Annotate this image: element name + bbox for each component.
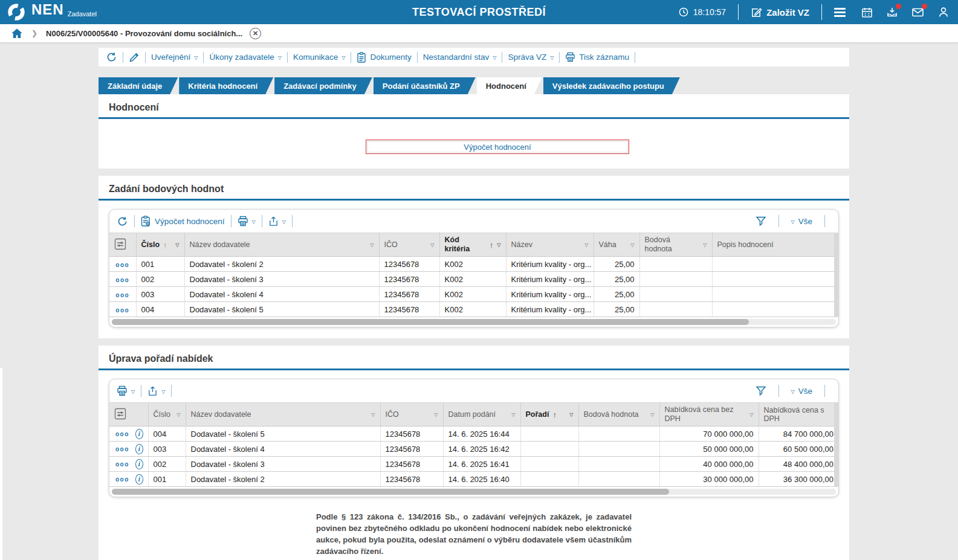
print-menu-button[interactable]: ▽: [117, 385, 135, 396]
cell-vaha: 25,00: [594, 287, 639, 302]
col-header-datum-podani[interactable]: Datum podání ▽: [443, 403, 520, 426]
print-menu-button[interactable]: ▽: [238, 216, 256, 227]
row-menu-icon[interactable]: ooo: [115, 277, 129, 283]
tab-zakladni-udaje[interactable]: Základní údaje: [99, 77, 178, 94]
cell-bodova[interactable]: [639, 272, 712, 287]
cell-popis[interactable]: [712, 287, 838, 302]
filter-triangle-icon[interactable]: ▽: [569, 412, 573, 417]
vypocet-hodnoceni-toolbar-button[interactable]: Výpočet hodnocení: [141, 216, 225, 227]
filter-triangle-icon[interactable]: ▽: [584, 242, 588, 248]
col-header-vaha[interactable]: Váha ▽: [594, 233, 639, 257]
filter-triangle-icon[interactable]: ▽: [511, 412, 515, 417]
col-header-nazev[interactable]: Název ▽: [506, 233, 594, 257]
create-vz-button[interactable]: Založit VZ: [751, 7, 809, 18]
menu-dokumenty[interactable]: Dokumenty: [357, 52, 411, 63]
column-settings-button[interactable]: [109, 403, 148, 426]
filter-triangle-icon[interactable]: ▽: [497, 242, 500, 248]
menu-uverejneni[interactable]: Uveřejnění ▽: [151, 53, 198, 62]
filter-triangle-icon[interactable]: ▽: [430, 242, 434, 248]
mail-icon[interactable]: [911, 6, 924, 18]
col-header-nazev-dodavatele[interactable]: Název dodavatele ▽: [186, 403, 380, 426]
filter-triangle-icon[interactable]: ▽: [749, 412, 753, 417]
cell-bodova[interactable]: [639, 302, 712, 317]
breadcrumb-current[interactable]: N006/25/V00005640 - Provozování domu soc…: [46, 29, 242, 38]
col-header-ico[interactable]: IČO ▽: [379, 233, 439, 257]
row-menu-icon[interactable]: ooo: [115, 476, 129, 483]
filter-triangle-icon[interactable]: ▽: [371, 412, 375, 417]
filter-triangle-icon[interactable]: ▽: [176, 412, 180, 417]
cell-datum: 14. 6. 2025 16:40: [443, 472, 520, 487]
col-header-poradi[interactable]: Pořadí ↑ ▽: [520, 403, 578, 426]
cell-poradi[interactable]: [520, 472, 578, 487]
col-header-popis-hodnoceni[interactable]: Popis hodnocení: [712, 233, 838, 257]
filter-triangle-icon[interactable]: ▽: [434, 412, 438, 417]
col-header-bodova-hodnota[interactable]: Bodová hodnota ▽: [639, 233, 712, 257]
menu-ukony-zadavatele[interactable]: Úkony zadavatele ▽: [209, 53, 281, 62]
cell-cena-s: 60 500 000,00: [759, 442, 838, 457]
row-menu-icon[interactable]: ooo: [115, 446, 129, 452]
cell-popis[interactable]: [712, 257, 838, 272]
filter-icon[interactable]: [756, 385, 766, 396]
cell-bodova[interactable]: [639, 287, 712, 302]
export-menu-button[interactable]: ▽: [268, 216, 286, 227]
filter-icon[interactable]: [756, 216, 766, 227]
col-header-bodova-hodnota[interactable]: Bodová hodnota ▽: [578, 403, 659, 426]
row-menu-icon[interactable]: ooo: [115, 431, 129, 437]
col-header-cislo[interactable]: Číslo ↑ ▽: [136, 233, 184, 257]
tab-podani-ucastniku-zp[interactable]: Podání účastníků ZP: [374, 77, 476, 94]
col-header-kod-kriteria[interactable]: Kód kritéria ↑ ▽: [439, 233, 506, 257]
filter-triangle-icon[interactable]: ▽: [650, 412, 654, 417]
info-icon[interactable]: i: [135, 474, 143, 484]
filter-triangle-icon[interactable]: ▽: [630, 242, 634, 248]
tab-kriteria-hodnoceni[interactable]: Kritéria hodnocení: [179, 77, 273, 94]
refresh-icon[interactable]: [106, 51, 117, 63]
points-table-card: Výpočet hodnocení ▽: [109, 209, 839, 327]
filter-vse-button[interactable]: ▽ Vše: [791, 387, 812, 396]
edit-pencil-icon[interactable]: [129, 52, 140, 63]
vypocet-hodnoceni-button[interactable]: Výpočet hodnocení: [366, 140, 629, 154]
row-menu-icon[interactable]: ooo: [115, 307, 129, 314]
cell-poradi[interactable]: [520, 442, 578, 457]
menu-sprava-vz[interactable]: Správa VZ ▽: [508, 53, 554, 62]
cell-poradi[interactable]: [520, 457, 578, 472]
col-header-nazev-dodavatele[interactable]: Název dodavatele ▽: [184, 233, 379, 257]
col-header-cena-bez-dph[interactable]: Nabídková cena bez DPH ▽: [659, 403, 759, 426]
filter-vse-button[interactable]: ▽ Vše: [791, 217, 812, 226]
info-icon[interactable]: i: [135, 429, 143, 439]
col-header-cena-s-dph[interactable]: Nabídková cena s DPH: [759, 403, 838, 426]
menu-icon[interactable]: [834, 8, 846, 17]
filter-triangle-icon[interactable]: ▽: [175, 242, 179, 248]
cell-popis[interactable]: [712, 302, 838, 317]
menu-nestandardni-stav[interactable]: Nestandardní stav ▽: [423, 53, 497, 62]
row-menu-icon[interactable]: ooo: [115, 262, 129, 268]
row-menu-icon[interactable]: ooo: [115, 292, 129, 298]
export-menu-button[interactable]: ▽: [147, 385, 165, 396]
row-menu-icon[interactable]: ooo: [115, 461, 129, 468]
menu-komunikace[interactable]: Komunikace ▽: [293, 53, 345, 62]
nen-logo[interactable]: NEN Zadavatel: [6, 2, 97, 22]
filter-triangle-icon[interactable]: ▽: [370, 242, 374, 248]
tab-vysledek-zadavaciho-postupu[interactable]: Výsledek zadávacího postupu: [543, 77, 680, 94]
vertical-scrollbar[interactable]: [834, 233, 838, 317]
cell-popis[interactable]: [712, 272, 838, 287]
vertical-scrollbar[interactable]: [834, 402, 838, 487]
home-icon[interactable]: [11, 28, 23, 39]
info-icon[interactable]: i: [135, 459, 143, 469]
inbox-download-icon[interactable]: [886, 6, 898, 18]
horizontal-scrollbar[interactable]: [109, 317, 838, 327]
refresh-icon[interactable]: [117, 216, 128, 227]
calendar-icon[interactable]: [861, 7, 873, 18]
col-header-ico[interactable]: IČO ▽: [380, 403, 443, 426]
tab-zadavaci-podminky[interactable]: Zadávací podmínky: [274, 77, 372, 94]
user-profile-icon[interactable]: [937, 6, 950, 18]
filter-triangle-icon[interactable]: ▽: [703, 242, 707, 248]
info-icon[interactable]: i: [135, 444, 143, 454]
col-header-cislo[interactable]: Číslo ▽: [148, 403, 186, 426]
cell-poradi[interactable]: [520, 426, 578, 442]
menu-tisk-zaznamu[interactable]: Tisk záznamu: [565, 52, 629, 62]
horizontal-scrollbar[interactable]: [109, 487, 838, 497]
column-settings-button[interactable]: [109, 233, 136, 257]
close-record-icon[interactable]: ✕: [250, 28, 261, 39]
cell-bodova[interactable]: [639, 257, 712, 272]
tab-hodnoceni[interactable]: Hodnocení: [477, 77, 542, 94]
